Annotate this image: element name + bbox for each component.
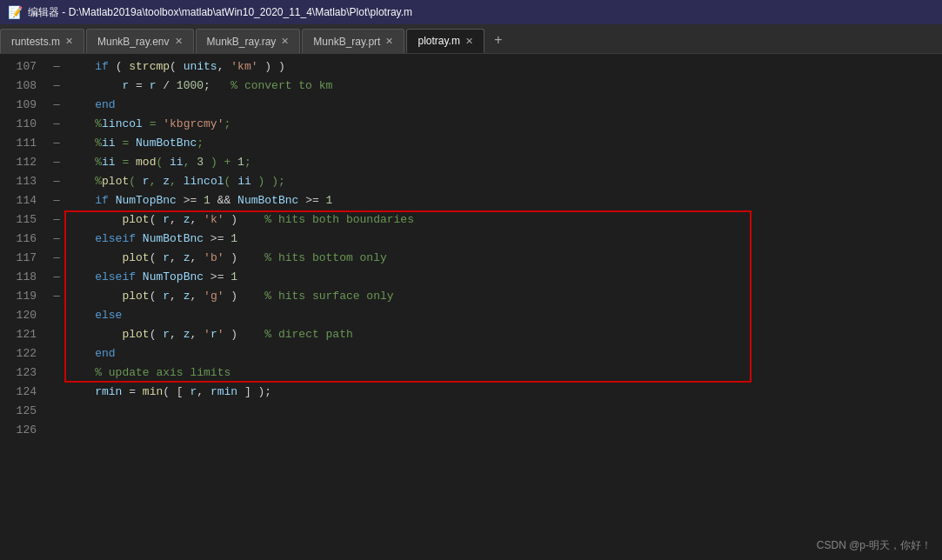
line-number-123: 123 xyxy=(0,363,42,383)
code-line-123: end xyxy=(68,344,942,363)
line-numbers: 1071081091101111121131141151161171181191… xyxy=(0,54,49,560)
line-number-118: 118 xyxy=(0,268,42,287)
line-number-107: 107 xyxy=(0,57,42,77)
breakpoint-120: — xyxy=(49,210,64,230)
breakpoint-123: — xyxy=(49,268,64,287)
breakpoints: ————————————— xyxy=(49,54,64,560)
line-number-124: 124 xyxy=(0,383,42,402)
code-line-119: elseif NumTopBnc >= 1 xyxy=(68,268,942,287)
code-line-120: plot( r, z, 'g' ) % hits surface only xyxy=(68,287,942,306)
line-number-114: 114 xyxy=(0,191,42,210)
editor: 1071081091101111121131141151161171181191… xyxy=(0,54,942,560)
tab-label: MunkB_ray.env xyxy=(97,36,169,48)
breakpoint-117: — xyxy=(49,153,64,172)
line-number-125: 125 xyxy=(0,402,42,421)
line-number-116: 116 xyxy=(0,230,42,249)
tab-close[interactable]: ✕ xyxy=(385,36,393,47)
code-line-111: %lincol = 'kbgrcmy'; xyxy=(68,115,942,134)
line-number-108: 108 xyxy=(0,77,42,96)
code-line-126: rmin = min( [ r, rmin ] ); xyxy=(68,383,942,402)
code-area[interactable]: if ( strcmp( units, 'km' ) ) r = r / 100… xyxy=(64,54,942,560)
tab-munkb-env[interactable]: MunkB_ray.env✕ xyxy=(86,29,193,53)
editor-icon: 📝 xyxy=(7,4,23,20)
breakpoint-108: — xyxy=(49,77,64,96)
code-line-122: plot( r, z, 'r' ) % direct path xyxy=(68,325,942,344)
code-line-116: plot( r, z, 'k' ) % hits both boundaries xyxy=(68,210,942,230)
code-line-125: % update axis limits xyxy=(68,363,942,383)
code-line-109: end xyxy=(68,96,942,115)
tab-label: MunkB_ray.ray xyxy=(207,36,277,48)
line-number-121: 121 xyxy=(0,325,42,344)
tab-munkb-ray[interactable]: MunkB_ray.ray✕ xyxy=(196,29,301,53)
line-number-112: 112 xyxy=(0,153,42,172)
line-number-117: 117 xyxy=(0,249,42,268)
tab-munkb-prt[interactable]: MunkB_ray.prt✕ xyxy=(302,29,404,53)
line-number-115: 115 xyxy=(0,210,42,230)
tab-close[interactable]: ✕ xyxy=(175,36,183,47)
breakpoint-119: — xyxy=(49,191,64,210)
code-line-113: %ii = mod( ii, 3 ) + 1; xyxy=(68,153,942,172)
tab-close[interactable]: ✕ xyxy=(65,36,73,47)
code-line-112: %ii = NumBotBnc; xyxy=(68,134,942,153)
tab-label: MunkB_ray.prt xyxy=(313,36,380,48)
add-tab-button[interactable]: + xyxy=(486,29,511,53)
line-number-122: 122 xyxy=(0,344,42,363)
title-bar: 📝 编辑器 - D:\Matlab2019a\toolbox\matlab\at… xyxy=(0,0,942,24)
watermark: CSDN @p-明天，你好！ xyxy=(817,538,932,553)
tab-plotray[interactable]: plotray.m✕ xyxy=(406,29,484,53)
code-line-118: plot( r, z, 'b' ) % hits bottom only xyxy=(68,249,942,268)
code-line-108: r = r / 1000; % convert to km xyxy=(68,77,942,96)
line-number-119: 119 xyxy=(0,287,42,306)
line-number-110: 110 xyxy=(0,115,42,134)
code-line-107: if ( strcmp( units, 'km' ) ) xyxy=(68,57,942,77)
breakpoint-115: — xyxy=(49,115,64,134)
breakpoint-122: — xyxy=(49,249,64,268)
tab-runtests[interactable]: runtests.m✕ xyxy=(0,29,84,53)
code-line-121: else xyxy=(68,306,942,325)
tab-bar: runtests.m✕MunkB_ray.env✕MunkB_ray.ray✕M… xyxy=(0,24,942,54)
tab-label: runtests.m xyxy=(11,36,60,48)
line-number-113: 113 xyxy=(0,172,42,191)
line-number-126: 126 xyxy=(0,421,42,440)
line-number-109: 109 xyxy=(0,96,42,115)
code-line-114: %plot( r, z, lincol( ii ) ); xyxy=(68,172,942,191)
tab-close[interactable]: ✕ xyxy=(465,36,473,47)
code-line-117: elseif NumBotBnc >= 1 xyxy=(68,230,942,249)
breakpoint-107: — xyxy=(49,57,64,77)
line-number-120: 120 xyxy=(0,306,42,325)
tab-close[interactable]: ✕ xyxy=(281,36,289,47)
breakpoint-118: — xyxy=(49,172,64,191)
breakpoint-121: — xyxy=(49,230,64,249)
breakpoint-116: — xyxy=(49,134,64,153)
breakpoint-109: — xyxy=(49,96,64,115)
tab-label: plotray.m xyxy=(418,35,459,47)
code-line-115: if NumTopBnc >= 1 && NumBotBnc >= 1 xyxy=(68,191,942,210)
title-text: 编辑器 - D:\Matlab2019a\toolbox\matlab\atWi… xyxy=(28,5,412,20)
breakpoint-126: — xyxy=(49,287,64,306)
line-number-111: 111 xyxy=(0,134,42,153)
